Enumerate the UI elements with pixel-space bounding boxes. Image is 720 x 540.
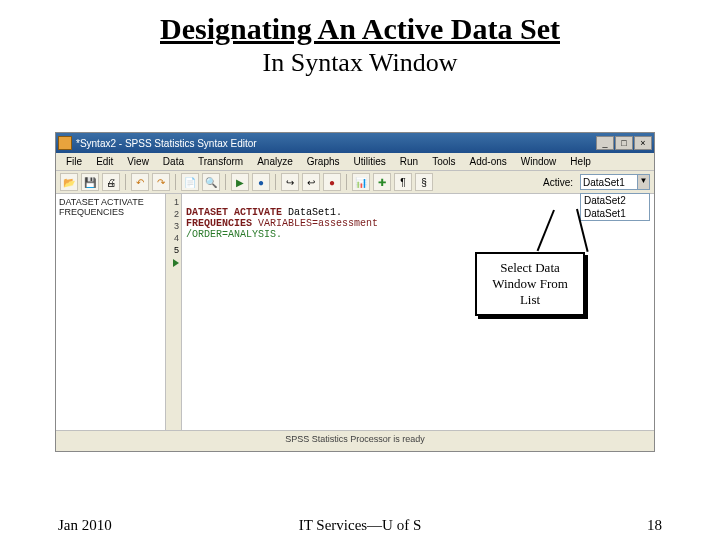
active-label: Active:: [543, 177, 577, 188]
separator: [346, 174, 347, 190]
window-title: *Syntax2 - SPSS Statistics Syntax Editor: [76, 138, 595, 149]
separator: [275, 174, 276, 190]
uncomment-icon[interactable]: §: [415, 173, 433, 191]
separator: [175, 174, 176, 190]
menu-graphs[interactable]: Graphs: [301, 155, 346, 168]
menu-edit[interactable]: Edit: [90, 155, 119, 168]
menu-utilities[interactable]: Utilities: [348, 155, 392, 168]
gutter-line: 1: [166, 196, 179, 208]
run-caret-icon: [173, 259, 179, 267]
maximize-button[interactable]: □: [615, 136, 633, 150]
window-controls: _ □ ×: [595, 136, 652, 150]
menu-window[interactable]: Window: [515, 155, 563, 168]
gutter-line: 2: [166, 208, 179, 220]
menu-analyze[interactable]: Analyze: [251, 155, 299, 168]
line-gutter: 1 2 3 4 5: [166, 194, 182, 430]
status-bar: SPSS Statistics Processor is ready: [56, 430, 654, 446]
goto-icon[interactable]: 📄: [181, 173, 199, 191]
chart-icon[interactable]: 📊: [352, 173, 370, 191]
footer-date: Jan 2010: [58, 517, 259, 534]
command-navigator[interactable]: DATASET ACTIVATE FREQUENCIES: [56, 194, 166, 430]
separator: [225, 174, 226, 190]
active-dataset-combo[interactable]: DataSet1 ▼: [580, 174, 650, 190]
dropdown-item-dataset1[interactable]: DataSet1: [581, 207, 649, 220]
footer-page: 18: [461, 517, 662, 534]
app-icon: [58, 136, 72, 150]
callout-text: Select Data: [481, 260, 579, 276]
save-icon[interactable]: 💾: [81, 173, 99, 191]
menubar: File Edit View Data Transform Analyze Gr…: [56, 153, 654, 171]
slide-footer: Jan 2010 IT Services—U of S 18: [0, 517, 720, 534]
slide-title: Designating An Active Data Set: [0, 12, 720, 46]
nav-item[interactable]: FREQUENCIES: [59, 207, 162, 217]
print-icon[interactable]: 🖨: [102, 173, 120, 191]
chevron-down-icon[interactable]: ▼: [637, 175, 649, 189]
menu-view[interactable]: View: [121, 155, 155, 168]
titlebar: *Syntax2 - SPSS Statistics Syntax Editor…: [56, 133, 654, 153]
menu-help[interactable]: Help: [564, 155, 597, 168]
open-icon[interactable]: 📂: [60, 173, 78, 191]
active-dataset-dropdown: DataSet2 DataSet1: [580, 193, 650, 221]
gutter-line: 3: [166, 220, 179, 232]
run-selection-icon[interactable]: ▶: [231, 173, 249, 191]
gutter-line: 4: [166, 232, 179, 244]
footer-org: IT Services—U of S: [259, 517, 460, 534]
nav-item[interactable]: DATASET ACTIVATE: [59, 197, 162, 207]
menu-data[interactable]: Data: [157, 155, 190, 168]
find-icon[interactable]: 🔍: [202, 173, 220, 191]
step-into-icon[interactable]: ↩: [302, 173, 320, 191]
minimize-button[interactable]: _: [596, 136, 614, 150]
menu-file[interactable]: File: [60, 155, 88, 168]
status-text: SPSS Statistics Processor is ready: [285, 434, 425, 444]
menu-tools[interactable]: Tools: [426, 155, 461, 168]
syntax-help-icon[interactable]: ✚: [373, 173, 391, 191]
toolbar: 📂 💾 🖨 ↶ ↷ 📄 🔍 ▶ ● ↪ ↩ ● 📊 ✚ ¶ § Active: …: [56, 171, 654, 194]
step-over-icon[interactable]: ↪: [281, 173, 299, 191]
separator: [125, 174, 126, 190]
menu-run[interactable]: Run: [394, 155, 424, 168]
slide-subtitle: In Syntax Window: [0, 48, 720, 78]
comment-icon[interactable]: ¶: [394, 173, 412, 191]
active-dataset-value: DataSet1: [583, 177, 625, 188]
dropdown-item-dataset2[interactable]: DataSet2: [581, 194, 649, 207]
undo-icon[interactable]: ↶: [131, 173, 149, 191]
breakpoint-icon[interactable]: ●: [323, 173, 341, 191]
redo-icon[interactable]: ↷: [152, 173, 170, 191]
callout-text: Window From: [481, 276, 579, 292]
menu-transform[interactable]: Transform: [192, 155, 249, 168]
menu-addons[interactable]: Add-ons: [464, 155, 513, 168]
callout-text: List: [481, 292, 579, 308]
run-all-icon[interactable]: ●: [252, 173, 270, 191]
close-button[interactable]: ×: [634, 136, 652, 150]
gutter-line: 5: [166, 244, 179, 256]
callout-box: Select Data Window From List: [475, 252, 585, 316]
